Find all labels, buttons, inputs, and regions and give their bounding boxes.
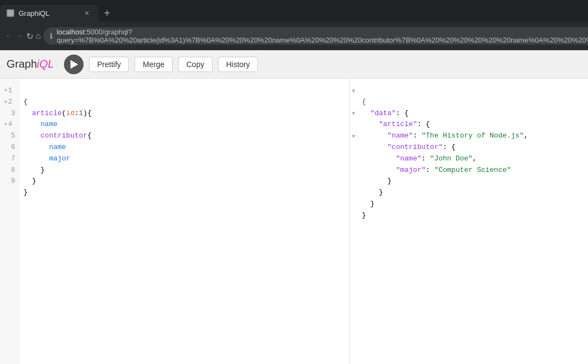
merge-button[interactable]: Merge bbox=[134, 57, 173, 72]
tab-close-button[interactable]: × bbox=[82, 8, 92, 18]
address-host: localhost bbox=[57, 28, 85, 36]
back-button[interactable]: ← bbox=[4, 27, 13, 45]
browser-chrome: GraphiQL × + ← → ↻ ⌂ ℹ localhost:5000/gr… bbox=[0, 0, 588, 50]
line-numbers: ▼ 1 ▼ 2 3 ▼ 4 5 bbox=[0, 79, 19, 364]
address-path: :5000/graphql?query=%7B%0A%20%20article(… bbox=[57, 28, 588, 44]
copy-button[interactable]: Copy bbox=[178, 57, 213, 72]
result-collapse-gutter: ▼ ▼ ▼ bbox=[350, 79, 357, 364]
line-num-9: 9 bbox=[0, 176, 19, 187]
fold-arrow-1[interactable]: ▼ bbox=[4, 87, 7, 94]
forward-button[interactable]: → bbox=[15, 27, 24, 45]
result-collapse-arrow-5[interactable]: ▼ bbox=[350, 130, 357, 142]
run-button[interactable] bbox=[64, 55, 84, 74]
line-num-8: 8 bbox=[0, 165, 19, 176]
graphiql-app: GraphiQL Prettify Merge Copy History ▼ 1… bbox=[0, 50, 588, 364]
reload-button[interactable]: ↻ bbox=[26, 27, 33, 45]
graphiql-logo: GraphiQL bbox=[7, 58, 54, 70]
line-num-2: ▼ 2 bbox=[0, 97, 19, 108]
query-editor[interactable]: { article(id:1){ name contributor{ name … bbox=[19, 79, 349, 364]
prettify-button[interactable]: Prettify bbox=[89, 57, 130, 72]
line-num-6: 6 bbox=[0, 142, 19, 153]
nav-bar: ← → ↻ ⌂ ℹ localhost:5000/graphql?query=%… bbox=[0, 22, 588, 50]
tab-favicon bbox=[7, 9, 14, 17]
result-panel: ▼ ▼ ▼ { "data": { "article": { "name": "… bbox=[350, 79, 588, 364]
tab-bar: GraphiQL × + bbox=[0, 0, 588, 22]
play-icon bbox=[70, 60, 78, 69]
fold-arrow-2[interactable]: ▼ bbox=[4, 99, 7, 106]
history-button[interactable]: History bbox=[218, 57, 258, 72]
line-num-3: 3 bbox=[0, 108, 19, 120]
query-panel: ▼ 1 ▼ 2 3 ▼ 4 5 bbox=[0, 79, 350, 364]
logo-graph: Graph bbox=[7, 58, 37, 70]
tab-title: GraphiQL bbox=[19, 9, 78, 17]
line-num-7: 7 bbox=[0, 153, 19, 165]
svg-rect-0 bbox=[8, 10, 13, 16]
address-text: localhost:5000/graphql?query=%7B%0A%20%2… bbox=[57, 28, 588, 44]
result-viewer: { "data": { "article": { "name": "The Hi… bbox=[357, 79, 588, 364]
active-tab[interactable]: GraphiQL × bbox=[0, 4, 98, 22]
new-tab-button[interactable]: + bbox=[98, 4, 116, 22]
logo-iql: iQL bbox=[37, 58, 54, 70]
graphiql-header: GraphiQL Prettify Merge Copy History bbox=[0, 50, 588, 79]
address-bar[interactable]: ℹ localhost:5000/graphql?query=%7B%0A%20… bbox=[43, 27, 588, 45]
result-collapse-arrow-3[interactable]: ▼ bbox=[350, 108, 357, 120]
home-button[interactable]: ⌂ bbox=[36, 27, 41, 45]
result-collapse-arrow-1[interactable]: ▼ bbox=[350, 85, 357, 97]
fold-arrow-4[interactable]: ▼ bbox=[4, 121, 7, 128]
line-num-1: ▼ 1 bbox=[0, 85, 19, 97]
line-num-4: ▼ 4 bbox=[0, 119, 19, 130]
info-icon: ℹ bbox=[50, 32, 52, 40]
editor-area: ▼ 1 ▼ 2 3 ▼ 4 5 bbox=[0, 79, 588, 364]
line-num-5: 5 bbox=[0, 130, 19, 142]
